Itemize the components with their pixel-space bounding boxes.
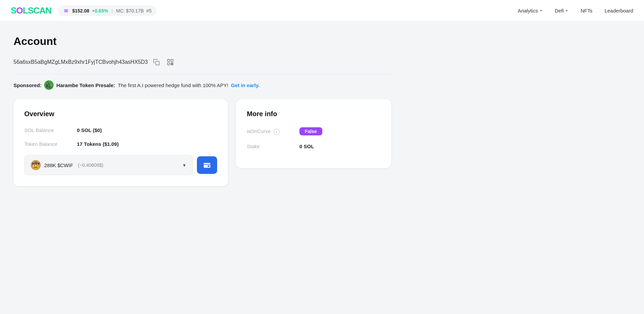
address-row: 56a6sxB5aBgMZgLMxBz9xhr1FyjTCBvohjh43asH… (13, 57, 391, 67)
sol-price-value: $152.08 (72, 8, 89, 14)
site-logo[interactable]: SOLSCAN (11, 5, 51, 16)
divider-1 (13, 74, 391, 74)
defi-dropdown-arrow: ▼ (565, 9, 568, 12)
sol-balance-label: SOL Balance (24, 127, 71, 133)
sol-balance-row: SOL Balance 0 SOL ($0) (24, 127, 217, 133)
token-name: 288K $CWIF (44, 162, 73, 168)
token-avatar: 🤠 (31, 160, 41, 170)
stake-row: Stake 0 SOL (247, 143, 380, 149)
svg-rect-10 (208, 165, 209, 167)
token-dropdown-left: 🤠 288K $CWIF (~0.40608$) (31, 160, 104, 170)
svg-rect-8 (172, 64, 173, 65)
sol-mc: MC: $70.17B (116, 8, 144, 14)
svg-rect-9 (204, 163, 210, 168)
token-selector-row: 🤠 288K $CWIF (~0.40608$) ▼ (24, 155, 217, 175)
isoncurve-badge: False (299, 127, 322, 135)
token-amount: (~0.40608$) (78, 162, 104, 168)
copy-address-button[interactable] (152, 57, 161, 67)
wallet-icon (203, 161, 211, 169)
svg-rect-3 (171, 59, 173, 61)
sponsored-link[interactable]: Get in early. (231, 82, 260, 88)
svg-rect-5 (171, 63, 172, 64)
token-dropdown-arrow: ▼ (182, 163, 186, 168)
cards-row: Overview SOL Balance 0 SOL ($0) Token Ba… (13, 99, 391, 186)
token-wallet-button[interactable] (197, 156, 217, 174)
token-balance-value: 17 Tokens ($1.09) (77, 141, 119, 147)
analytics-dropdown-arrow: ▼ (539, 9, 543, 12)
sol-price-change: +0.65% (92, 8, 108, 14)
svg-rect-1 (156, 61, 159, 65)
overview-card: Overview SOL Balance 0 SOL ($0) Token Ba… (13, 99, 228, 186)
copy-icon (153, 59, 160, 66)
qr-icon (167, 58, 174, 66)
token-dropdown[interactable]: 🤠 288K $CWIF (~0.40608$) ▼ (24, 155, 193, 175)
page-title: Account (13, 35, 391, 48)
moreinfo-card-title: More info (247, 110, 380, 118)
stake-value: 0 SOL (299, 143, 314, 149)
sol-price-divider: | (112, 8, 113, 14)
token-balance-row: Token Balance 17 Tokens ($1.09) (24, 141, 217, 147)
token-balance-label: Token Balance (24, 141, 71, 147)
isoncurve-label: isOnCurve i (247, 128, 294, 135)
sol-price-pill[interactable]: $152.08 +0.65% | MC: $70.17B #5 (58, 5, 156, 16)
main-nav: Analytics ▼ Defi ▼ NFTs Leaderboard (518, 8, 633, 14)
sol-rank: #5 (146, 8, 152, 14)
sponsored-description: The first A.I powered hedge fund with 10… (118, 82, 228, 88)
account-address: 56a6sxB5aBgMZgLMxBz9xhr1FyjTCBvohjh43asH… (13, 59, 148, 65)
qr-code-button[interactable] (165, 57, 175, 67)
sol-balance-value: 0 SOL ($0) (77, 127, 102, 133)
svg-rect-6 (173, 63, 173, 63)
stake-label: Stake (247, 143, 294, 149)
svg-rect-2 (168, 59, 170, 61)
sponsored-bar: Sponsored: 🦍 Harambe Token Presale: The … (13, 80, 391, 90)
sponsored-token-icon: 🦍 (44, 80, 54, 90)
moreinfo-card: More info isOnCurve i False Stake 0 SOL (236, 99, 391, 168)
nav-item-analytics[interactable]: Analytics ▼ (518, 8, 543, 14)
nav-item-nfts[interactable]: NFTs (581, 8, 592, 14)
sponsored-label: Sponsored: (13, 82, 41, 88)
isoncurve-info-icon: i (273, 129, 280, 135)
header-left: SOLSCAN $152.08 +0.65% | MC: $70.17B #5 (11, 5, 156, 16)
sponsored-name: Harambe Token Presale: (56, 82, 115, 88)
isoncurve-row: isOnCurve i False (247, 127, 380, 135)
svg-rect-7 (171, 64, 172, 65)
site-header: SOLSCAN $152.08 +0.65% | MC: $70.17B #5 … (0, 0, 644, 22)
nav-item-leaderboard[interactable]: Leaderboard (605, 8, 633, 14)
overview-card-title: Overview (24, 110, 217, 118)
nav-item-defi[interactable]: Defi ▼ (555, 8, 568, 14)
sol-logo-icon (63, 7, 69, 14)
main-content: Account 56a6sxB5aBgMZgLMxBz9xhr1FyjTCBvo… (0, 22, 405, 200)
svg-rect-4 (168, 63, 170, 65)
